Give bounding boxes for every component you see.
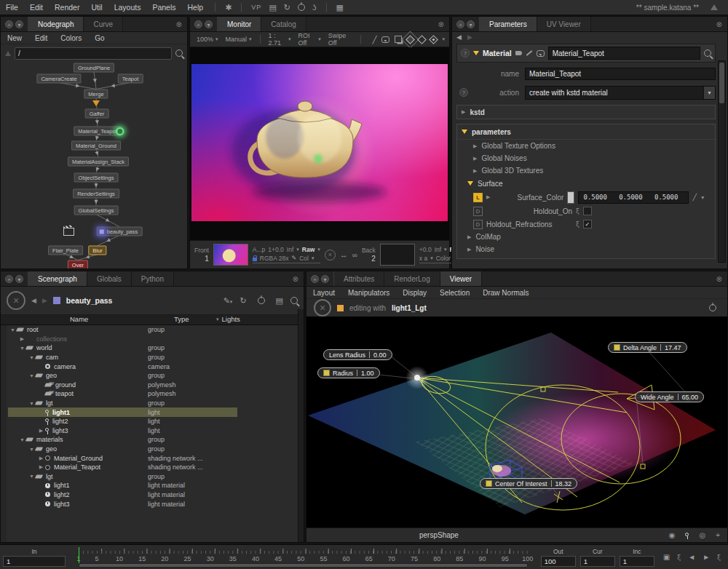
scrollbar-thumb[interactable]: [719, 63, 724, 103]
pen-dropdown-icon[interactable]: ✎▾: [223, 296, 233, 306]
pane-menu-icon[interactable]: ▾: [15, 20, 23, 28]
pill-delta-angle[interactable]: Delta Angle17.47: [608, 342, 687, 353]
ratio-dropdown[interactable]: 1 : 2.71▾: [266, 32, 293, 47]
default-badge[interactable]: D: [473, 220, 483, 229]
node-teapot[interactable]: Teapot: [118, 74, 143, 84]
tab-parameters[interactable]: Parameters: [480, 17, 537, 31]
tab-nodegraph[interactable]: Nodegraph: [28, 17, 84, 31]
back-channels[interactable]: x a: [419, 255, 427, 262]
pane-menu-icon[interactable]: ▾: [467, 20, 475, 28]
in-frame-field[interactable]: [3, 556, 66, 567]
pill-value[interactable]: 1.00: [361, 370, 374, 377]
node-over[interactable]: Over: [68, 260, 88, 269]
tab-renderlog[interactable]: RenderLog: [384, 271, 440, 286]
holdout-refractions-checkbox[interactable]: ✓: [583, 220, 592, 228]
noise-group-row[interactable]: ▶ Noise: [457, 243, 715, 255]
scenegraph-row-root[interactable]: ▼rootgroup: [7, 325, 304, 335]
node-material-ground[interactable]: Material_Ground: [71, 141, 121, 151]
front-name[interactable]: A...p: [253, 246, 265, 253]
back-arrow-icon[interactable]: ◀: [456, 33, 462, 41]
tab-monitor[interactable]: Monitor: [218, 17, 261, 31]
tab-catalog[interactable]: Catalog: [261, 17, 306, 31]
expander-icon[interactable]: ▼: [19, 437, 25, 442]
pane-add-icon[interactable]: +: [194, 20, 202, 28]
camera-name-label[interactable]: perspShape: [419, 531, 459, 539]
expression-icon[interactable]: ξ: [576, 220, 579, 228]
wrench-icon[interactable]: [526, 50, 532, 56]
chevron-down-icon[interactable]: ▾: [442, 36, 445, 42]
expander-icon[interactable]: ▶: [38, 464, 44, 470]
colmap-group-row[interactable]: ▶ ColMap: [457, 231, 715, 243]
node-graph-canvas[interactable]: GroundPlaneCameraCreateTeapotMergeGaffer…: [1, 62, 187, 268]
forward-arrow-icon[interactable]: ▶: [42, 297, 47, 304]
refresh-icon[interactable]: ↻: [284, 3, 290, 12]
chevron-right-icon[interactable]: ▶: [473, 168, 477, 174]
close-icon[interactable]: ⊗: [288, 271, 304, 286]
comment-icon[interactable]: [381, 36, 389, 43]
scenegraph-row-material-ground[interactable]: ▶Material_Groundshading network ...: [7, 453, 304, 463]
menu-edit[interactable]: Edit: [28, 34, 54, 42]
surface-group-header[interactable]: Surface: [457, 177, 715, 190]
pen-icon[interactable]: ✎: [292, 255, 297, 262]
parameters-group-header[interactable]: parameters: [457, 124, 715, 140]
menu-edit[interactable]: Edit: [24, 3, 49, 12]
scenegraph-row-geo[interactable]: ▼geogroup: [7, 371, 304, 381]
scenegraph-row-collections[interactable]: ▶collections: [7, 335, 304, 344]
close-icon[interactable]: ⊗: [171, 17, 187, 31]
pill-value[interactable]: 65.00: [682, 394, 699, 401]
color-swatch[interactable]: [567, 191, 574, 204]
menu-panels[interactable]: Panels: [146, 3, 181, 12]
scenegraph-row-ground[interactable]: groundpolymesh: [7, 381, 304, 390]
power-icon[interactable]: [709, 304, 716, 311]
lock-icon[interactable]: [253, 258, 257, 261]
scenegraph-row-teapot[interactable]: teapotpolymesh: [7, 389, 304, 399]
surface-color-values[interactable]: 0.5000 0.5000 0.5000: [578, 191, 689, 204]
column-name[interactable]: Name: [70, 315, 88, 323]
crosshair-icon[interactable]: [430, 35, 439, 44]
search-icon[interactable]: [704, 49, 711, 57]
node-flair-plate[interactable]: Flair_Plate: [48, 246, 83, 255]
clear-scenegraph-icon[interactable]: ×: [7, 291, 25, 310]
power-icon[interactable]: [298, 4, 305, 11]
kstd-group-row[interactable]: ▶ kstd: [456, 105, 716, 119]
search-icon[interactable]: [175, 49, 183, 57]
pane-add-icon[interactable]: +: [311, 275, 319, 283]
expander-icon[interactable]: ▼: [28, 474, 35, 479]
light-icon[interactable]: [685, 533, 689, 536]
name-value-field[interactable]: [525, 68, 716, 80]
node-name-field[interactable]: [548, 47, 700, 60]
step-forward-icon[interactable]: ►: [703, 553, 710, 561]
front-inf[interactable]: Inf: [287, 246, 293, 253]
scenegraph-row-light1[interactable]: light1light material: [7, 481, 304, 490]
node-material-teapot[interactable]: Material_Teapot: [74, 127, 121, 136]
menu-draw-normals[interactable]: Draw Normals: [476, 289, 535, 297]
group-row-global-texture-options[interactable]: ▶Global Texture Options: [457, 140, 715, 152]
expander-icon[interactable]: ▼: [28, 373, 35, 378]
film-icon[interactable]: ▤: [276, 296, 283, 306]
group-row-global-noises[interactable]: ▶Global Noises: [457, 152, 715, 164]
eye-icon[interactable]: ◉: [669, 531, 676, 539]
pixel-probe-icon[interactable]: [406, 35, 416, 44]
menu-new[interactable]: New: [1, 34, 28, 42]
back-inf[interactable]: Inf: [435, 246, 441, 253]
chevron-right-icon[interactable]: ▶: [462, 109, 465, 115]
scenegraph-row-light2[interactable]: light2light: [7, 417, 304, 426]
node-search-input[interactable]: [15, 47, 172, 60]
front-channels[interactable]: RGBA 28x: [260, 255, 289, 262]
expression-icon[interactable]: ξ: [576, 207, 579, 215]
back-colorspace[interactable]: Color: [436, 255, 451, 262]
monitor-canvas[interactable]: Front 1 A...p 1+0.0 Inf▾ Raw▾ R: [190, 47, 449, 268]
expander-icon[interactable]: ▼: [28, 401, 35, 406]
menu-go[interactable]: Go: [88, 34, 111, 42]
group-row-global-3d-textures[interactable]: ▶Global 3D Textures: [457, 164, 715, 177]
pane-menu-icon[interactable]: ▾: [321, 275, 329, 283]
menu-display[interactable]: Display: [396, 289, 433, 297]
pill-value[interactable]: 0.00: [373, 351, 387, 359]
pane-menu-icon[interactable]: ▾: [205, 20, 213, 28]
scenegraph-row-world[interactable]: ▼worldgroup: [7, 343, 304, 353]
link-icon[interactable]: ∞: [352, 251, 357, 259]
expander-icon[interactable]: ▶: [19, 336, 25, 342]
inc-frame-field[interactable]: [620, 556, 654, 567]
expander-icon[interactable]: ▼: [28, 355, 35, 360]
pill-value[interactable]: 18.32: [555, 480, 572, 488]
